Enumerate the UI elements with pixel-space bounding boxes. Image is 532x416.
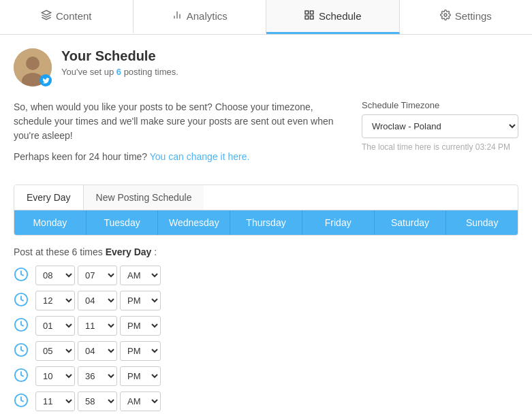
tab-content-label: Content [56,10,92,22]
tab-analytics-label: Analytics [187,10,228,22]
description-text: So, when would you like your posts to be… [14,100,341,143]
day-friday[interactable]: Friday [302,210,375,235]
tab-content[interactable]: Content [0,0,134,34]
body-section: So, when would you like your posts to be… [14,100,518,171]
local-time-text: The local time here is currently 03:24 P… [362,142,518,152]
posting-count: 6 [116,67,121,77]
time-hour-1[interactable]: 010203040506070809101112 [35,291,75,310]
schedule-tab-new[interactable]: New Posting Schedule [84,185,204,210]
timezone-label: Schedule Timezone [362,100,518,110]
svg-point-8 [444,14,447,16]
schedule-section: Every Day New Posting Schedule Monday Tu… [14,185,518,236]
clock-icon [14,393,33,410]
clock-icon [14,368,33,385]
header-text: Your Schedule You've set up 6 posting ti… [61,48,178,77]
time-row: 0102030405060708091011120001020304050607… [14,316,518,336]
timezone-select[interactable]: Wroclaw - Poland [362,114,518,138]
hour-prompt: Perhaps keen for 24 hour time? You can c… [14,150,341,164]
day-buttons: Monday Tuesday Wednesday Thursday Friday… [14,210,518,235]
time-minute-2[interactable]: 0001020304050607080910111213141516171819… [78,316,117,336]
tab-analytics[interactable]: Analytics [134,0,267,34]
time-hour-2[interactable]: 010203040506070809101112 [35,316,75,336]
time-row: 0102030405060708091011120001020304050607… [14,291,518,310]
subtitle-suffix: posting times. [121,67,178,77]
clock-icon [14,317,33,334]
tab-settings[interactable]: Settings [400,0,533,34]
time-minute-4[interactable]: 0001020304050607080910111213141516171819… [78,366,117,386]
schedule-tab-every-day[interactable]: Every Day [14,185,84,210]
time-ampm-3[interactable]: AMPM [120,341,161,361]
time-minute-1[interactable]: 0001020304050607080910111213141516171819… [78,291,117,310]
change-link[interactable]: You can change it here. [150,151,250,162]
twitter-badge [40,74,52,86]
day-tuesday[interactable]: Tuesday [87,210,159,235]
day-sunday[interactable]: Sunday [446,210,518,235]
time-minute-5[interactable]: 0001020304050607080910111213141516171819… [78,391,117,411]
header-section: Your Schedule You've set up 6 posting ti… [14,48,518,86]
svg-rect-7 [305,16,309,19]
time-ampm-4[interactable]: AMPM [120,366,161,386]
time-ampm-1[interactable]: AMPM [120,291,161,310]
svg-point-10 [26,57,40,70]
clock-icon [14,292,33,309]
gear-icon [440,10,451,22]
time-ampm-2[interactable]: AMPM [120,316,161,336]
main-content: Your Schedule You've set up 6 posting ti… [0,35,532,416]
day-wednesday[interactable]: Wednesday [158,210,230,235]
time-row: 0102030405060708091011120001020304050607… [14,391,518,411]
bar-chart-icon [172,10,183,22]
schedule-tab-bar: Every Day New Posting Schedule [14,185,518,210]
svg-marker-0 [42,10,50,15]
time-ampm-5[interactable]: AMPM [120,391,161,411]
time-hour-4[interactable]: 010203040506070809101112 [35,366,75,386]
tab-schedule-label: Schedule [319,10,362,22]
body-left: So, when would you like your posts to be… [14,100,341,171]
time-minute-3[interactable]: 0001020304050607080910111213141516171819… [78,341,117,361]
time-row: 0102030405060708091011120001020304050607… [14,366,518,386]
time-row: 0102030405060708091011120001020304050607… [14,266,518,285]
svg-rect-6 [310,16,313,19]
day-saturday[interactable]: Saturday [375,210,447,235]
time-row: 0102030405060708091011120001020304050607… [14,341,518,361]
page-title: Your Schedule [61,48,178,64]
clock-icon [14,267,33,284]
top-nav-tabs: Content Analytics Schedule Settings [0,0,532,35]
time-hour-0[interactable]: 010203040506070809101112 [35,266,75,285]
time-minute-0[interactable]: 0001020304050607080910111213141516171819… [78,266,117,285]
day-monday[interactable]: Monday [14,210,87,235]
post-times-label: Post at these 6 times Every Day : [14,246,518,257]
layers-icon [41,10,52,22]
grid-icon [304,10,315,22]
tab-settings-label: Settings [455,10,492,22]
svg-rect-4 [305,11,309,14]
time-ampm-0[interactable]: AMPM [120,266,161,285]
post-times-section: Post at these 6 times Every Day : 010203… [14,246,518,411]
time-hour-5[interactable]: 010203040506070809101112 [35,391,75,411]
clock-icon [14,342,33,359]
avatar-wrap [14,48,52,86]
subtitle: You've set up 6 posting times. [61,67,178,77]
svg-rect-5 [310,11,313,14]
day-thursday[interactable]: Thursday [230,210,302,235]
timezone-section: Schedule Timezone Wroclaw - Poland The l… [362,100,518,171]
time-rows-container: 0102030405060708091011120001020304050607… [14,266,518,411]
time-hour-3[interactable]: 010203040506070809101112 [35,341,75,361]
subtitle-prefix: You've set up [61,67,116,77]
tab-schedule[interactable]: Schedule [266,0,400,34]
